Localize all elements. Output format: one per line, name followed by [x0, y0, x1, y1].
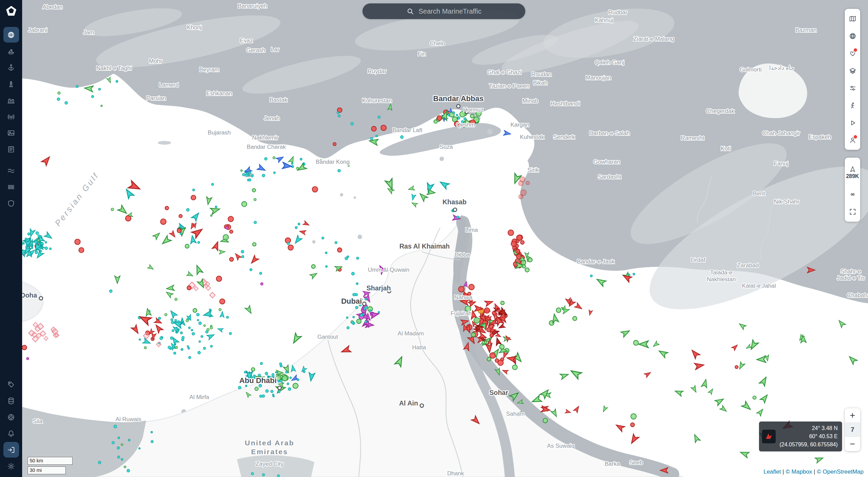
vessel-marker[interactable]	[241, 170, 242, 171]
vessel-marker[interactable]	[186, 208, 189, 211]
vessel-marker[interactable]	[356, 257, 359, 259]
vessel-marker[interactable]	[228, 216, 234, 222]
vessel-marker[interactable]	[172, 330, 174, 332]
vessel-marker[interactable]	[186, 319, 188, 322]
vessel-marker[interactable]	[177, 228, 181, 233]
vessel-marker[interactable]	[353, 316, 354, 318]
vessel-marker[interactable]	[182, 336, 184, 339]
vessel-marker[interactable]	[45, 241, 47, 243]
vessel-marker[interactable]	[179, 214, 182, 218]
vessel-marker[interactable]	[45, 247, 47, 250]
sidebar-item-protection[interactable]	[3, 195, 19, 211]
vessel-marker[interactable]	[199, 322, 201, 324]
vessel-marker[interactable]	[459, 286, 464, 292]
vessel-marker[interactable]	[346, 317, 348, 318]
vessel-marker[interactable]	[192, 189, 195, 191]
vessel-marker[interactable]	[75, 239, 80, 244]
vessel-marker[interactable]	[199, 341, 201, 343]
filters-button[interactable]	[845, 79, 860, 97]
vessel-marker[interactable]	[288, 388, 291, 391]
vessel-marker[interactable]	[326, 266, 328, 268]
sidebar-item-companies[interactable]	[3, 92, 19, 108]
vessel-marker[interactable]	[125, 216, 131, 221]
vessel-marker[interactable]	[322, 237, 324, 239]
vessel-marker[interactable]	[171, 321, 174, 324]
vessel-marker[interactable]	[65, 101, 67, 104]
vessel-marker[interactable]	[735, 366, 738, 369]
vessel-marker[interactable]	[28, 233, 30, 235]
vessel-marker[interactable]	[242, 202, 247, 207]
vessel-marker[interactable]	[128, 439, 130, 441]
vessel-marker[interactable]	[266, 389, 268, 392]
vessel-marker[interactable]	[556, 308, 561, 313]
map-layers-button[interactable]	[845, 62, 860, 79]
vessel-marker[interactable]	[210, 327, 213, 329]
vessel-marker[interactable]	[525, 268, 529, 272]
vessel-marker[interactable]	[369, 310, 371, 312]
vessel-marker[interactable]	[471, 333, 475, 337]
sidebar-item-notifications[interactable]	[3, 426, 19, 441]
vessel-marker[interactable]	[118, 456, 120, 458]
sidebar-item-lights[interactable]	[3, 76, 19, 92]
vessel-marker[interactable]	[337, 248, 342, 252]
vessel-marker[interactable]	[212, 183, 214, 186]
vessel-marker[interactable]	[187, 286, 191, 290]
vessel-marker[interactable]	[590, 275, 593, 277]
vessel-marker[interactable]	[282, 376, 288, 381]
vessel-marker[interactable]	[501, 301, 505, 305]
vessel-marker[interactable]	[197, 313, 199, 316]
sidebar-item-datasets[interactable]	[3, 393, 19, 409]
vessel-marker[interactable]	[376, 135, 378, 137]
sidebar-item-settings[interactable]	[3, 458, 19, 474]
vessel-marker[interactable]	[351, 122, 353, 125]
sidebar-item-stations[interactable]	[3, 109, 19, 124]
vessel-marker[interactable]	[158, 317, 160, 319]
sidebar-item-account[interactable]	[3, 442, 19, 458]
vessel-marker[interactable]	[371, 126, 376, 131]
vessel-marker[interactable]	[188, 347, 190, 349]
vessel-marker[interactable]	[753, 396, 756, 399]
vessel-marker[interactable]	[165, 206, 169, 210]
vessel-marker[interactable]	[203, 347, 206, 349]
vessel-marker[interactable]	[298, 223, 300, 225]
vessel-marker[interactable]	[272, 373, 274, 376]
vessel-marker[interactable]	[262, 395, 265, 397]
vessel-marker[interactable]	[181, 348, 183, 351]
vessel-marker[interactable]	[180, 226, 182, 228]
vessel-marker[interactable]	[109, 290, 112, 292]
vessel-marker[interactable]	[177, 330, 179, 332]
vessel-marker[interactable]	[633, 273, 635, 275]
vessel-marker[interactable]	[201, 335, 203, 337]
vessel-marker[interactable]	[378, 311, 380, 313]
past-track-button[interactable]	[845, 97, 860, 114]
vessel-marker[interactable]	[338, 115, 340, 117]
vessel-marker[interactable]	[124, 466, 126, 468]
attribution-link[interactable]: Leaflet	[763, 468, 781, 475]
vessel-marker[interactable]	[58, 92, 60, 94]
vessel-marker[interactable]	[260, 272, 262, 274]
map-settings-button[interactable]	[845, 10, 860, 27]
vessel-marker[interactable]	[216, 276, 222, 282]
vessel-marker[interactable]	[185, 244, 189, 248]
sidebar-item-photos[interactable]	[3, 125, 19, 141]
vessel-marker[interactable]	[365, 321, 367, 323]
vessel-marker[interactable]	[312, 187, 318, 192]
vessel-marker[interactable]	[49, 248, 51, 250]
vessel-marker[interactable]	[168, 346, 171, 349]
vessel-marker[interactable]	[272, 394, 274, 396]
vessel-marker[interactable]	[250, 269, 252, 271]
vessel-marker[interactable]	[291, 163, 293, 165]
vessel-marker[interactable]	[175, 346, 178, 349]
vessel-marker[interactable]	[187, 346, 189, 347]
vessel-marker[interactable]	[180, 233, 182, 235]
vessel-marker[interactable]	[34, 241, 37, 243]
vessel-marker[interactable]	[207, 328, 209, 331]
live-map[interactable]: AbedanJabraniJamKhonjBanaruiyehEvazGeras…	[0, 0, 868, 477]
vessel-marker[interactable]	[262, 474, 265, 476]
vessel-marker[interactable]	[198, 241, 200, 243]
vessel-marker[interactable]	[25, 238, 27, 240]
vessel-marker[interactable]	[245, 385, 247, 387]
vessel-marker[interactable]	[193, 308, 197, 312]
vessel-marker[interactable]	[522, 265, 526, 268]
vessel-marker[interactable]	[279, 363, 282, 365]
